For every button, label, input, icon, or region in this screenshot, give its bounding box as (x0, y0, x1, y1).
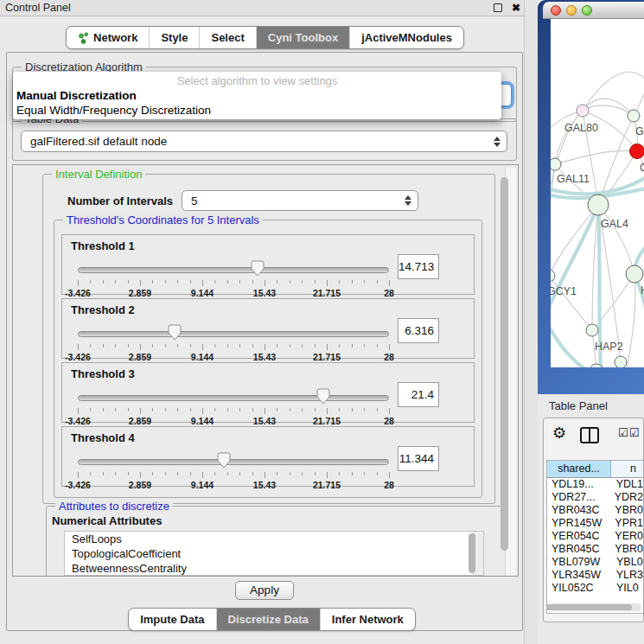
close-icon[interactable]: ✖ (512, 0, 520, 16)
tab-label: Cyni Toolbox (268, 27, 338, 49)
network-node[interactable] (551, 158, 561, 170)
tab-style[interactable]: Style (149, 27, 199, 48)
table-horizontal-scrollbar[interactable] (549, 603, 641, 611)
apply-button[interactable]: Apply (235, 581, 294, 600)
slider-thumb[interactable] (217, 452, 231, 469)
panel-divider[interactable] (524, 0, 538, 644)
cyni-toolbox-content: Discretization Algorithm Select algorith… (6, 52, 523, 631)
slider-track[interactable] (78, 459, 389, 465)
tab-infer-network[interactable]: Infer Network (320, 609, 415, 630)
table-row[interactable]: YLR345WYLR3 (547, 569, 643, 582)
network-node[interactable] (626, 265, 643, 283)
network-node[interactable] (615, 356, 627, 367)
tab-impute-data[interactable]: Impute Data (129, 609, 215, 630)
network-node[interactable] (586, 324, 598, 336)
table-row[interactable]: YBL079WYBL0 (547, 556, 643, 569)
slider-track[interactable] (78, 267, 389, 273)
table-cell: YBR043C (547, 504, 609, 517)
dropdown-option-equal-width-frequency[interactable]: Equal Width/Frequency Discretization (13, 103, 501, 118)
tab-network[interactable]: Network (67, 27, 149, 48)
table-cell: YLR345W (547, 569, 611, 582)
tab-label: Infer Network (332, 609, 404, 631)
node-label-h: H (641, 284, 644, 296)
numerical-attributes-list[interactable]: SelfLoopsTopologicalCoefficientBetweenne… (64, 531, 484, 576)
tab-label: Discretize Data (228, 609, 309, 631)
float-window-icon[interactable] (494, 3, 502, 12)
table-cell: YER054C (547, 530, 609, 543)
node-attribute-table[interactable]: shared...n YDL19...YDL1YDR27...YDR2YBR04… (546, 460, 643, 614)
threshold-value-field[interactable]: 14.713 (398, 254, 439, 279)
node-label-gal4: GAL4 (601, 218, 628, 230)
table-row[interactable]: YPR145WYPR1 (547, 517, 643, 530)
network-node[interactable] (628, 110, 640, 122)
threshold-value-field[interactable]: 6.316 (398, 318, 439, 343)
scrollbar-thumb[interactable] (546, 604, 632, 610)
slider-thumb[interactable] (168, 324, 182, 341)
slider-track[interactable] (78, 395, 389, 401)
dropdown-option-manual-discretization[interactable]: Manual Discretization (13, 88, 501, 103)
split-columns-icon[interactable] (580, 427, 599, 443)
slider-thumb[interactable] (251, 260, 265, 277)
list-scrollbar[interactable] (473, 532, 483, 575)
tab-jactivemnodules[interactable]: jActiveMNodules (349, 27, 463, 48)
threshold-label: Threshold 4 (71, 431, 135, 444)
threshold-slider[interactable]: -3.4262.8599.14415.4321.71528 (78, 259, 389, 294)
threshold-value-field[interactable]: 21.4 (398, 382, 439, 407)
attribute-item-betweennesscentrality[interactable]: BetweennessCentrality (65, 561, 483, 576)
network-node[interactable] (551, 270, 555, 282)
stepper-arrows-icon (494, 137, 501, 147)
scrollbar-thumb[interactable] (501, 177, 508, 551)
network-canvas[interactable]: GAL80GACGAL11GAL4GCY1HHAP2 (551, 19, 644, 367)
tab-cyni-toolbox[interactable]: Cyni Toolbox (256, 27, 349, 48)
application-window: Control Panel ✖ NetworkStyleSelectCyni T… (0, 0, 644, 644)
slider-tick-labels: -3.4262.8599.14415.4321.71528 (78, 352, 389, 362)
threshold-label: Threshold 1 (71, 239, 135, 252)
gear-icon[interactable]: ⚙ (552, 424, 566, 443)
network-node[interactable] (630, 144, 644, 159)
number-of-intervals-value: 5 (191, 191, 198, 212)
attribute-item-topologicalcoefficient[interactable]: TopologicalCoefficient (65, 546, 483, 561)
window-zoom-button[interactable] (582, 5, 592, 16)
tab-label: jActiveMNodules (361, 27, 452, 49)
window-minimize-button[interactable] (566, 5, 577, 16)
table-row[interactable]: YER054CYER0 (547, 530, 643, 543)
table-row[interactable]: YDR27...YDR2 (547, 491, 643, 504)
number-of-intervals-combobox[interactable]: 5 (182, 190, 418, 211)
tab-discretize-data[interactable]: Discretize Data (216, 609, 320, 630)
network-node[interactable] (588, 194, 609, 215)
network-node[interactable] (577, 105, 589, 117)
table-row[interactable]: YIL052CYIL0 (547, 582, 643, 595)
table-cell: YPR145W (547, 517, 609, 530)
table-cell: YBR0 (609, 504, 643, 517)
window-close-button[interactable] (551, 5, 561, 16)
threshold-slider[interactable]: -3.4262.8599.14415.4321.71528 (78, 451, 389, 486)
tab-label: Style (161, 27, 188, 49)
column-header-1[interactable]: shared... (547, 461, 611, 477)
algorithm-dropdown-popup: Select algorithm to view settings Manual… (13, 72, 501, 119)
slider-track[interactable] (78, 331, 389, 337)
panel-title: Control Panel (5, 0, 71, 16)
table-data-combobox[interactable]: galFiltered.sif default node (21, 131, 507, 152)
dropdown-hint: Select algorithm to view settings (13, 73, 501, 88)
checkbox-icons[interactable]: ☑☑ (618, 426, 640, 439)
table-cell: YIL052C (547, 582, 611, 595)
node-label-gal11: GAL11 (557, 173, 590, 185)
column-header-2[interactable]: n (611, 461, 643, 477)
slider-tick-labels: -3.4262.8599.14415.4321.71528 (78, 480, 389, 490)
slider-thumb[interactable] (316, 388, 330, 405)
panel-scrollbar[interactable] (505, 167, 516, 576)
threshold-slider[interactable]: -3.4262.8599.14415.4321.71528 (78, 323, 389, 358)
tab-select[interactable]: Select (199, 27, 255, 48)
threshold-value-field[interactable]: 11.344 (398, 446, 439, 471)
threshold-slider[interactable]: -3.4262.8599.14415.4321.71528 (78, 387, 389, 422)
table-row[interactable]: YBR043CYBR0 (547, 504, 643, 517)
attribute-item-selfloops[interactable]: SelfLoops (65, 532, 483, 546)
network-window-titlebar[interactable] (543, 2, 644, 19)
table-row[interactable]: YBR045CYBR0 (547, 543, 643, 556)
table-cell: YDR2 (609, 491, 643, 504)
control-panel: Control Panel ✖ NetworkStyleSelectCyni T… (0, 0, 530, 644)
scrollbar-thumb[interactable] (469, 533, 475, 573)
table-panel-box: ⚙ ☑☑ shared...n YDL19...YDL1YDR27...YDR2… (543, 418, 644, 622)
numerical-attributes-label: Numerical Attributes (52, 514, 162, 527)
table-row[interactable]: YDL19...YDL1 (547, 478, 643, 491)
